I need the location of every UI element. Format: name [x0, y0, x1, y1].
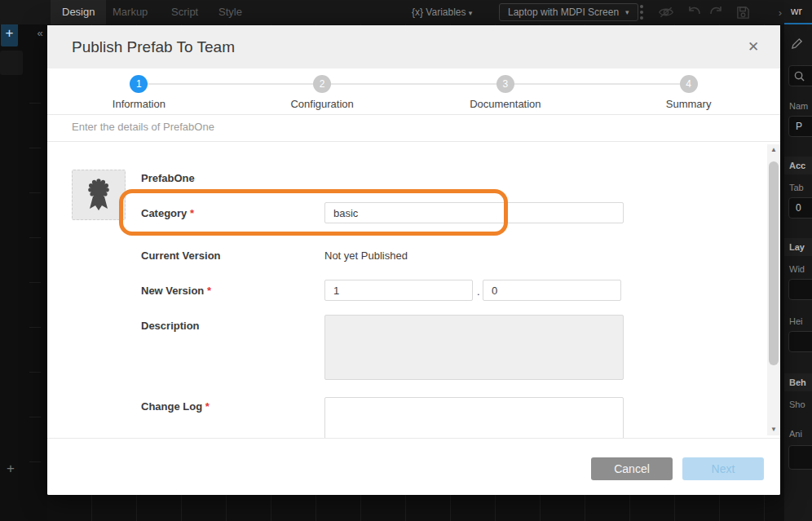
- name-input[interactable]: P: [788, 116, 812, 137]
- step-information[interactable]: 1 Information: [47, 68, 231, 110]
- version-minor-input[interactable]: [483, 280, 621, 301]
- new-version-label: New Version *: [141, 285, 211, 297]
- changelog-label: Change Log *: [141, 400, 210, 413]
- dialog-footer: Cancel Next: [47, 438, 780, 495]
- active-tab-underline: [784, 23, 812, 24]
- required-asterisk: *: [207, 285, 211, 297]
- properties-tab[interactable]: wr: [791, 5, 802, 17]
- cancel-button[interactable]: Cancel: [591, 457, 673, 480]
- required-asterisk: *: [190, 207, 194, 219]
- animation-label: Ani: [789, 429, 802, 439]
- prefab-name: PrefabOne: [141, 172, 195, 184]
- dialog-scrollbar[interactable]: ▲ ▼: [767, 144, 780, 435]
- step-number-badge: 3: [496, 75, 514, 93]
- tabindex-label: Tab: [789, 183, 804, 192]
- tab-markup[interactable]: Markup: [101, 0, 159, 24]
- variables-label: {x} Variables: [412, 7, 466, 18]
- dialog-subtitle: Enter the details of PrefabOne: [47, 115, 780, 142]
- prefab-badge-icon: [72, 170, 126, 220]
- version-separator: .: [477, 285, 480, 298]
- publish-prefab-dialog: Publish Prefab To Team ✕ 1 Information 2…: [47, 25, 780, 495]
- category-label: Category *: [141, 207, 194, 219]
- save-icon[interactable]: [734, 3, 752, 21]
- preview-eye-off-icon[interactable]: [657, 3, 675, 21]
- pencil-icon[interactable]: [791, 38, 803, 50]
- tabindex-input[interactable]: 0: [788, 197, 812, 219]
- left-sidebar: [0, 0, 47, 521]
- next-button[interactable]: Next: [682, 457, 764, 480]
- step-documentation[interactable]: 3 Documentation: [414, 68, 598, 110]
- tab-design[interactable]: Design: [51, 0, 106, 24]
- tab-style[interactable]: Style: [207, 0, 254, 24]
- dialog-title: Publish Prefab To Team: [72, 38, 235, 56]
- scrollbar-thumb[interactable]: [769, 161, 779, 365]
- dialog-header: Publish Prefab To Team ✕: [47, 25, 780, 68]
- width-label: Wid: [789, 264, 805, 274]
- step-label: Configuration: [231, 98, 414, 110]
- current-version-label: Current Version: [141, 249, 221, 262]
- height-label: Hei: [789, 316, 803, 326]
- top-toolbar: Design Markup Script Style {x} Variables…: [0, 0, 812, 24]
- properties-panel: wr Nam P Acc Tab 0 Lay Wid Hei Beh Sho A…: [784, 0, 812, 521]
- current-version-value: Not yet Published: [324, 249, 408, 262]
- dialog-form: PrefabOne Category * Current Version Not…: [47, 142, 780, 438]
- step-configuration[interactable]: 2 Configuration: [231, 68, 414, 110]
- changelog-textarea[interactable]: [324, 397, 624, 438]
- close-icon[interactable]: ✕: [744, 38, 762, 56]
- wizard-stepper: 1 Information 2 Configuration 3 Document…: [47, 68, 780, 115]
- search-icon: [794, 71, 805, 82]
- chevron-down-icon: ▾: [625, 8, 629, 16]
- variables-dropdown[interactable]: {x} Variables ▾: [412, 7, 472, 18]
- collapse-sidebar-button[interactable]: «: [33, 23, 47, 42]
- step-number-badge: 2: [313, 75, 331, 93]
- section-behavior[interactable]: Beh: [784, 373, 812, 391]
- undo-icon[interactable]: [685, 3, 703, 21]
- section-accessibility[interactable]: Acc: [784, 157, 812, 174]
- vertical-ruler: [29, 59, 41, 483]
- animation-input[interactable]: [788, 445, 812, 470]
- add-page-button[interactable]: +: [3, 461, 18, 476]
- chevron-down-icon: ▾: [469, 9, 473, 17]
- redo-icon[interactable]: [708, 3, 726, 21]
- step-label: Documentation: [414, 98, 598, 110]
- property-search-input[interactable]: [788, 65, 812, 86]
- step-label: Information: [47, 98, 231, 110]
- description-textarea: [324, 315, 624, 380]
- description-label: Description: [141, 320, 200, 332]
- category-input[interactable]: [324, 202, 624, 223]
- section-layout[interactable]: Lay: [784, 238, 812, 256]
- scroll-down-icon[interactable]: ▼: [767, 424, 780, 435]
- device-selector-label: Laptop with MDPI Screen: [508, 7, 619, 18]
- kebab-menu-icon[interactable]: [633, 3, 651, 21]
- version-major-input[interactable]: [324, 280, 473, 301]
- step-number-badge: 4: [680, 75, 698, 93]
- width-input[interactable]: [788, 279, 812, 300]
- show-label: Sho: [789, 400, 805, 409]
- name-label: Nam: [789, 101, 808, 111]
- step-number-badge: 1: [130, 75, 148, 93]
- required-asterisk: *: [205, 400, 210, 413]
- sidebar-panel-stub: [0, 51, 23, 75]
- step-label: Summary: [597, 98, 780, 110]
- device-selector-dropdown[interactable]: Laptop with MDPI Screen ▾: [499, 3, 638, 21]
- scroll-up-icon[interactable]: ▲: [767, 144, 780, 156]
- step-summary[interactable]: 4 Summary: [597, 68, 780, 110]
- tab-script[interactable]: Script: [160, 0, 210, 24]
- height-input[interactable]: [788, 331, 812, 352]
